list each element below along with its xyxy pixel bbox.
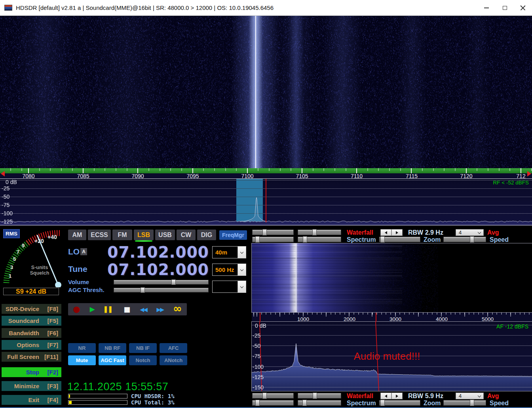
af-avg-select[interactable]: 4 [456, 229, 484, 236]
nb-if-button[interactable]: NB IF [129, 343, 157, 353]
rf-db-label: -75 [2, 202, 10, 208]
mode-button-cw[interactable]: CW [177, 230, 196, 240]
afc-button[interactable]: AFC [160, 343, 187, 353]
af-speed-slider[interactable] [443, 237, 486, 242]
af2-zoom-slider[interactable] [379, 400, 420, 406]
slider-thumb[interactable] [470, 236, 474, 243]
tune-frequency-display[interactable]: 07.102.000 [93, 261, 209, 279]
lo-lock-button[interactable]: A [80, 248, 87, 255]
af2-spectrum-range-slider[interactable] [298, 400, 341, 406]
slider-thumb[interactable] [313, 393, 317, 399]
loop-icon[interactable]: ∞ [173, 303, 182, 314]
close-window-button[interactable] [514, 0, 532, 16]
menu-button-full-screen[interactable]: Full Screen[F11] [2, 352, 61, 362]
step-select[interactable]: 500 Hz [212, 264, 246, 276]
slider-thumb[interactable] [255, 400, 260, 406]
volume-label: Volume [68, 279, 89, 285]
band-select[interactable]: 40m [212, 246, 246, 258]
mode-button-usb[interactable]: USB [155, 230, 175, 240]
agc-thresh-slider-thumb[interactable] [141, 287, 145, 293]
mode-button-fm[interactable]: FM [112, 230, 132, 240]
mode-button-dig[interactable]: DIG [197, 230, 216, 240]
menu-button-bandwidth[interactable]: Bandwidth[F6] [2, 328, 61, 338]
af2-waterfall-contrast-slider[interactable] [298, 393, 341, 399]
rf-scale-right-arrow[interactable] [527, 171, 531, 176]
slider-thumb[interactable] [262, 393, 267, 399]
menu-button-exit[interactable]: Exit[F4] [2, 395, 61, 405]
af-spectrum-frame: 0 dB -25 -50 -75 -100 -125 -150 AF -12 d… [251, 321, 532, 391]
mode-button-lsb[interactable]: LSB [134, 230, 154, 240]
slider-thumb[interactable] [255, 236, 260, 243]
menu-button-soundcard[interactable]: Soundcard[F5] [2, 316, 61, 326]
rf-spectrum-display[interactable] [0, 179, 532, 225]
notch-button[interactable]: Notch [129, 355, 157, 365]
mode-button-am[interactable]: AM [68, 230, 86, 240]
af-waterfall-display[interactable] [252, 243, 532, 312]
menu-button-options[interactable]: Options[F7] [2, 340, 61, 350]
menu-key: [F3] [43, 383, 58, 389]
band-select-button[interactable] [238, 247, 246, 258]
slider-thumb[interactable] [312, 229, 317, 235]
menu-button-minimize[interactable]: Minimize[F3] [2, 381, 61, 391]
af2-speed-slider[interactable] [443, 400, 486, 406]
rewind-icon[interactable]: ◀◀ [140, 307, 147, 312]
af2-avg-select[interactable]: 4 [456, 393, 484, 399]
af-waterfall-contrast-slider[interactable] [298, 230, 341, 235]
extra-select[interactable] [212, 281, 246, 293]
lo-frequency-display[interactable]: 07.102.000 [93, 243, 209, 261]
rf-scale-labels[interactable]: 7080 7085 7090 7095 7100 7105 7110 7115 … [0, 173, 532, 178]
s-meter-caption: S-units [31, 265, 48, 270]
menu-button-sdr-device[interactable]: SDR-Device[F8] [2, 304, 61, 314]
mode-button-ecss[interactable]: ECSS [88, 230, 111, 240]
nr-button[interactable]: NR [68, 343, 96, 353]
volume-slider-thumb[interactable] [171, 279, 176, 285]
nb-rf-button[interactable]: NB RF [99, 343, 126, 353]
anotch-button[interactable]: ANotch [160, 355, 187, 365]
menu-button-stop[interactable]: Stop[F2] [2, 367, 61, 377]
play-icon[interactable]: ▶ [90, 306, 95, 313]
freqmgr-button[interactable]: FreqMgr [219, 230, 247, 240]
agc-thresh-slider[interactable] [114, 288, 209, 292]
mute-button[interactable]: Mute [68, 355, 96, 365]
rbw2-increase-button[interactable] [391, 393, 403, 399]
af2-avg-select-button[interactable] [475, 393, 483, 399]
rf-db-label: -25 [2, 185, 10, 192]
rms-mode-badge[interactable]: RMS [3, 229, 20, 238]
window-title: HDSDR [default] v2.81 a | Soundcard(MME)… [16, 4, 274, 11]
af-zoom-label: Zoom [424, 236, 441, 243]
af2-spectrum-ref-slider[interactable] [252, 400, 294, 406]
rbw-increase-button[interactable] [391, 229, 403, 236]
af-avg-select-button[interactable] [475, 230, 483, 235]
step-select-button[interactable] [238, 264, 246, 275]
slider-thumb[interactable] [380, 400, 385, 406]
extra-select-button[interactable] [238, 281, 246, 292]
tune-label: Tune [68, 264, 87, 274]
af2-waterfall-brightness-slider[interactable] [252, 393, 294, 399]
minimize-window-button[interactable] [477, 0, 496, 16]
stop-playback-icon[interactable]: ■ [124, 306, 130, 313]
pause-icon[interactable]: ▌▌ [104, 307, 114, 312]
rbw2-decrease-button[interactable] [380, 393, 391, 399]
slider-thumb[interactable] [470, 400, 474, 406]
title-bar[interactable]: HDSDR [default] v2.81 a | Soundcard(MME)… [0, 0, 532, 16]
af-waterfall-brightness-slider[interactable] [252, 230, 294, 235]
slider-thumb[interactable] [302, 400, 307, 406]
volume-slider[interactable] [114, 280, 209, 285]
rf-scale-left-arrow[interactable] [1, 171, 5, 176]
af-avg-label: Avg [487, 229, 499, 236]
af-zoom-slider[interactable] [379, 237, 420, 242]
agc-fast-button[interactable]: AGC Fast [99, 355, 126, 365]
s-meter-caption: Squelch [30, 270, 49, 276]
forward-icon[interactable]: ▶▶ [156, 307, 163, 312]
slider-thumb[interactable] [380, 236, 385, 243]
record-icon[interactable]: ● [73, 305, 80, 313]
rf-waterfall-display[interactable] [0, 16, 532, 168]
slider-thumb[interactable] [262, 229, 267, 235]
maximize-window-button[interactable] [496, 0, 514, 16]
slider-thumb[interactable] [303, 236, 307, 243]
step-select-value: 500 Hz [213, 264, 238, 275]
af-spectrum-range-slider[interactable] [298, 237, 341, 242]
rbw-decrease-button[interactable] [380, 229, 391, 236]
af-spectrum-ref-slider[interactable] [252, 237, 294, 242]
menu-label: SDR-Device [2, 306, 39, 312]
